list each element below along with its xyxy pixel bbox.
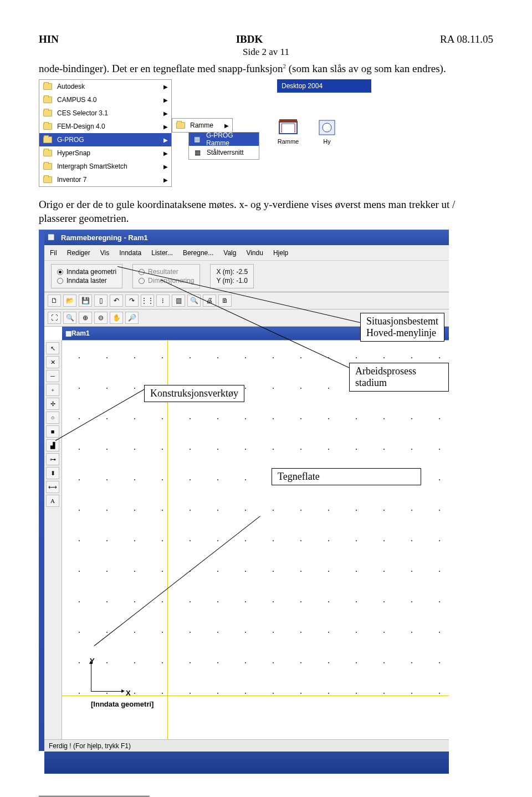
- menu-vindu[interactable]: Vindu: [246, 249, 263, 257]
- plus-icon[interactable]: +: [46, 384, 59, 396]
- app-icon: ▦: [192, 134, 202, 144]
- zoom-window-icon[interactable]: 🔍: [63, 312, 76, 324]
- undo-icon[interactable]: ↶: [110, 295, 123, 307]
- menubar: Fil Rediger Vis Inndata Lister... Beregn…: [44, 245, 449, 261]
- axis-x-label: X: [126, 689, 131, 697]
- zoom-in-icon[interactable]: ⊕: [79, 312, 92, 324]
- radio-resultater[interactable]: Resultater: [139, 268, 194, 276]
- grid-icon[interactable]: ⋮⋮: [141, 295, 154, 307]
- app-icon: ▦: [192, 148, 202, 158]
- menu-item-gprog[interactable]: G-PROG▶: [39, 133, 171, 146]
- square-icon[interactable]: ■: [46, 425, 59, 438]
- zoom-realtime-icon[interactable]: 🔎: [125, 312, 139, 324]
- chevron-right-icon: ▶: [224, 123, 229, 129]
- folder-icon: [43, 108, 53, 118]
- options-row: Inndata geometri Inndata laster Resultat…: [44, 261, 449, 292]
- circle-icon[interactable]: ○: [46, 412, 59, 424]
- startmenu-column-1: Autodesk▶ CAMPUS 4.0▶ CES Selector 3.1▶ …: [39, 79, 172, 187]
- snap-icon[interactable]: ⫶: [156, 295, 170, 307]
- svg-rect-1: [279, 119, 297, 123]
- chevron-right-icon: ▶: [163, 164, 168, 170]
- coord-x: X (m): -2.5: [216, 268, 248, 276]
- radio-icon: [57, 269, 63, 275]
- hinge-icon[interactable]: ⊶: [46, 453, 59, 465]
- hy-icon: [316, 118, 338, 137]
- zoom-out-icon[interactable]: ⊖: [94, 312, 108, 324]
- zoom-extents-icon[interactable]: 🔍: [187, 295, 201, 307]
- chevron-right-icon: ▶: [163, 177, 168, 183]
- app-window-screenshot: ▦ Rammeberegning - Ram1 Fil Rediger Vis …: [39, 230, 449, 774]
- chevron-right-icon: ▶: [163, 137, 168, 143]
- folder-icon: [43, 95, 53, 105]
- work-area: ↖ ✕ ─ + ✢ ○ ■ ▟ ⊶ ⬍ ⟷ A: [44, 340, 449, 739]
- pan-icon[interactable]: ✋: [110, 312, 123, 324]
- axis-y-arrow: [91, 663, 91, 691]
- folder-icon: [43, 175, 53, 185]
- axis-y-label: Y: [90, 657, 95, 665]
- panel-icon[interactable]: ▯: [94, 295, 108, 307]
- startmenu-screenshot: Autodesk▶ CAMPUS 4.0▶ CES Selector 3.1▶ …: [39, 79, 493, 190]
- para1-b: (som kan slås av og som kan endres).: [286, 63, 446, 74]
- open-icon[interactable]: 📂: [63, 295, 76, 307]
- menu-item-campus[interactable]: CAMPUS 4.0▶: [39, 93, 171, 106]
- menu-fil[interactable]: Fil: [50, 249, 57, 257]
- preview-icon[interactable]: 🗎: [218, 295, 232, 307]
- support-icon[interactable]: ▟: [46, 439, 59, 451]
- folder-icon: [43, 82, 53, 92]
- menu-vis[interactable]: Vis: [100, 249, 109, 257]
- save-icon[interactable]: 💾: [79, 295, 92, 307]
- new-icon[interactable]: 🗋: [48, 295, 61, 307]
- radio-inndata-laster[interactable]: Inndata laster: [57, 277, 116, 285]
- fit-icon[interactable]: ⛶: [48, 312, 61, 324]
- drawing-canvas[interactable]: Y X [Inndata geometri]: [62, 340, 449, 739]
- radio-inndata-geometri[interactable]: Inndata geometri: [57, 268, 116, 276]
- redo-icon[interactable]: ↷: [125, 295, 139, 307]
- para1-a: node-bindinger). Det er en tegneflate me…: [39, 63, 283, 74]
- line-icon[interactable]: ─: [46, 370, 59, 382]
- desktop-icon-ramme[interactable]: Ramme: [277, 118, 299, 145]
- chevron-right-icon: ▶: [163, 124, 168, 130]
- header-left: HIN: [39, 33, 59, 45]
- cross-icon[interactable]: ✕: [46, 356, 59, 368]
- coord-y: Y (m): -1.0: [216, 277, 248, 285]
- menu-valg[interactable]: Valg: [223, 249, 236, 257]
- header-right: RA 08.11.05: [440, 33, 493, 45]
- statusbar: Ferdig ! (For hjelp, trykk F1): [44, 739, 449, 752]
- folder-icon: [43, 135, 53, 145]
- menu-hjelp[interactable]: Hjelp: [273, 249, 288, 257]
- menu-rediger[interactable]: Rediger: [67, 249, 90, 257]
- menu-item-ramme-folder[interactable]: Ramme▶: [172, 119, 232, 132]
- text-icon[interactable]: A: [46, 495, 59, 507]
- paragraph-2: Origo er der de to gule koordinataksene …: [39, 198, 493, 225]
- menu-item-femdesign[interactable]: FEM-Design 4.0▶: [39, 120, 171, 133]
- columns-icon[interactable]: ▥: [172, 295, 185, 307]
- desktop-toolbar: Desktop 2004: [277, 79, 371, 93]
- folder-icon: [43, 148, 53, 158]
- coord-box: X (m): -2.5 Y (m): -1.0: [210, 264, 254, 288]
- menu-item-hypersnap[interactable]: HyperSnap▶: [39, 146, 171, 160]
- header-center: IBDK: [236, 33, 263, 45]
- startmenu-column-2: Ramme▶: [172, 118, 233, 133]
- menu-item-ces[interactable]: CES Selector 3.1▶: [39, 106, 171, 120]
- menu-beregne[interactable]: Beregne...: [183, 249, 213, 257]
- move-icon[interactable]: ✢: [46, 398, 59, 410]
- radio-group-1: Inndata geometri Inndata laster: [51, 264, 122, 288]
- menu-lister[interactable]: Lister...: [151, 249, 173, 257]
- menu-inndata[interactable]: Inndata: [119, 249, 141, 257]
- menu-item-staltverrsnitt[interactable]: ▦Ståltverrsnitt: [189, 146, 259, 159]
- footnote-separator: [39, 796, 150, 796]
- load-icon[interactable]: ⬍: [46, 467, 59, 479]
- menu-item-gprog-ramme[interactable]: ▦G-PROG Ramme: [189, 133, 259, 146]
- dim-icon[interactable]: ⟷: [46, 481, 59, 493]
- axis-x-arrow: [91, 691, 122, 692]
- desktop-icon-hy[interactable]: Hy: [316, 118, 338, 145]
- canvas-caption: [Inndata geometri]: [91, 700, 154, 708]
- folder-icon: [43, 121, 53, 131]
- select-icon[interactable]: ↖: [46, 342, 59, 354]
- desktop-icons: Ramme Hy: [277, 118, 338, 145]
- menu-item-autodesk[interactable]: Autodesk▶: [39, 80, 171, 93]
- chevron-right-icon: ▶: [163, 110, 168, 116]
- radio-group-2: Resultater Dimensjonering: [132, 264, 200, 288]
- menu-item-intergraph[interactable]: Intergraph SmartSketch▶: [39, 160, 171, 173]
- menu-item-inventor[interactable]: Inventor 7▶: [39, 173, 171, 186]
